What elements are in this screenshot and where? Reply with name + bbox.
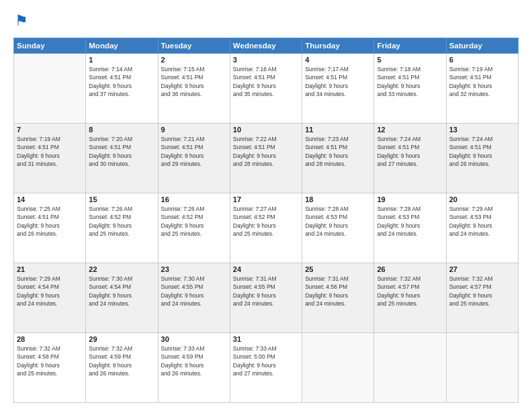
logo: ⚑: [13, 12, 35, 31]
day-number: 10: [233, 126, 299, 134]
day-cell: 7Sunrise: 7:19 AMSunset: 4:51 PMDaylight…: [14, 124, 86, 193]
day-info: Sunrise: 7:33 AMSunset: 5:00 PMDaylight:…: [233, 345, 299, 377]
day-cell: 19Sunrise: 7:28 AMSunset: 4:53 PMDayligh…: [374, 193, 446, 263]
day-number: 4: [305, 56, 371, 64]
day-info: Sunrise: 7:30 AMSunset: 4:54 PMDaylight:…: [89, 275, 154, 308]
header: ⚑: [13, 12, 519, 31]
weekday-wednesday: Wednesday: [230, 38, 302, 54]
day-number: 8: [89, 126, 154, 134]
weekday-saturday: Saturday: [446, 38, 518, 54]
day-cell: 25Sunrise: 7:31 AMSunset: 4:56 PMDayligh…: [302, 263, 374, 333]
week-row-2: 7Sunrise: 7:19 AMSunset: 4:51 PMDaylight…: [14, 124, 519, 193]
day-number: 28: [17, 335, 83, 343]
weekday-tuesday: Tuesday: [158, 38, 230, 54]
day-cell: 1Sunrise: 7:14 AMSunset: 4:51 PMDaylight…: [86, 54, 158, 124]
day-info: Sunrise: 7:19 AMSunset: 4:51 PMDaylight:…: [449, 65, 515, 98]
day-number: 22: [89, 265, 154, 273]
day-cell: [374, 333, 446, 403]
day-cell: 29Sunrise: 7:32 AMSunset: 4:59 PMDayligh…: [86, 333, 158, 403]
day-info: Sunrise: 7:32 AMSunset: 4:58 PMDaylight:…: [17, 345, 83, 377]
day-cell: 31Sunrise: 7:33 AMSunset: 5:00 PMDayligh…: [230, 333, 302, 403]
day-number: 3: [233, 56, 299, 64]
day-cell: 2Sunrise: 7:15 AMSunset: 4:51 PMDaylight…: [158, 54, 230, 124]
svg-text:⚑: ⚑: [15, 12, 28, 29]
day-cell: 26Sunrise: 7:32 AMSunset: 4:57 PMDayligh…: [374, 263, 446, 333]
day-info: Sunrise: 7:14 AMSunset: 4:51 PMDaylight:…: [89, 65, 154, 98]
day-info: Sunrise: 7:28 AMSunset: 4:53 PMDaylight:…: [305, 205, 371, 238]
day-cell: 18Sunrise: 7:28 AMSunset: 4:53 PMDayligh…: [302, 193, 374, 263]
day-cell: 24Sunrise: 7:31 AMSunset: 4:55 PMDayligh…: [230, 263, 302, 333]
day-cell: 15Sunrise: 7:26 AMSunset: 4:52 PMDayligh…: [86, 193, 158, 263]
day-number: 25: [305, 265, 371, 273]
day-cell: 14Sunrise: 7:25 AMSunset: 4:51 PMDayligh…: [14, 193, 86, 263]
weekday-thursday: Thursday: [302, 38, 374, 54]
week-row-1: 1Sunrise: 7:14 AMSunset: 4:51 PMDaylight…: [14, 54, 519, 124]
day-info: Sunrise: 7:32 AMSunset: 4:57 PMDaylight:…: [449, 275, 515, 308]
day-number: 16: [161, 195, 227, 203]
weekday-friday: Friday: [374, 38, 446, 54]
day-info: Sunrise: 7:28 AMSunset: 4:53 PMDaylight:…: [377, 205, 443, 238]
day-number: 7: [17, 126, 83, 134]
day-cell: 3Sunrise: 7:16 AMSunset: 4:51 PMDaylight…: [230, 54, 302, 124]
day-info: Sunrise: 7:26 AMSunset: 4:52 PMDaylight:…: [161, 205, 227, 238]
day-number: 19: [377, 195, 443, 203]
day-info: Sunrise: 7:29 AMSunset: 4:54 PMDaylight:…: [17, 275, 83, 308]
day-number: 2: [161, 56, 227, 64]
calendar-table: SundayMondayTuesdayWednesdayThursdayFrid…: [13, 38, 519, 403]
day-cell: 16Sunrise: 7:26 AMSunset: 4:52 PMDayligh…: [158, 193, 230, 263]
day-number: 1: [89, 56, 154, 64]
day-cell: 8Sunrise: 7:20 AMSunset: 4:51 PMDaylight…: [86, 124, 158, 193]
day-number: 11: [305, 126, 371, 134]
day-number: 27: [449, 265, 515, 273]
day-cell: 17Sunrise: 7:27 AMSunset: 4:52 PMDayligh…: [230, 193, 302, 263]
day-number: 14: [17, 195, 83, 203]
day-cell: 12Sunrise: 7:24 AMSunset: 4:51 PMDayligh…: [374, 124, 446, 193]
day-info: Sunrise: 7:15 AMSunset: 4:51 PMDaylight:…: [161, 65, 227, 98]
day-number: 18: [305, 195, 371, 203]
day-info: Sunrise: 7:25 AMSunset: 4:51 PMDaylight:…: [17, 205, 83, 238]
day-info: Sunrise: 7:27 AMSunset: 4:52 PMDaylight:…: [233, 205, 299, 238]
weekday-header-row: SundayMondayTuesdayWednesdayThursdayFrid…: [14, 38, 519, 54]
day-number: 17: [233, 195, 299, 203]
day-info: Sunrise: 7:20 AMSunset: 4:51 PMDaylight:…: [89, 135, 154, 168]
day-info: Sunrise: 7:26 AMSunset: 4:52 PMDaylight:…: [89, 205, 154, 238]
calendar-page: ⚑ SundayMondayTuesdayWednesdayThursdayFr…: [0, 0, 532, 411]
day-number: 13: [449, 126, 515, 134]
day-number: 20: [449, 195, 515, 203]
day-info: Sunrise: 7:19 AMSunset: 4:51 PMDaylight:…: [17, 135, 83, 168]
day-number: 21: [17, 265, 83, 273]
day-info: Sunrise: 7:23 AMSunset: 4:51 PMDaylight:…: [305, 135, 371, 168]
week-row-4: 21Sunrise: 7:29 AMSunset: 4:54 PMDayligh…: [14, 263, 519, 333]
day-cell: [446, 333, 518, 403]
day-number: 15: [89, 195, 154, 203]
day-cell: 22Sunrise: 7:30 AMSunset: 4:54 PMDayligh…: [86, 263, 158, 333]
day-info: Sunrise: 7:30 AMSunset: 4:55 PMDaylight:…: [161, 275, 227, 308]
day-info: Sunrise: 7:29 AMSunset: 4:53 PMDaylight:…: [449, 205, 515, 238]
day-number: 5: [377, 56, 443, 64]
day-cell: 9Sunrise: 7:21 AMSunset: 4:51 PMDaylight…: [158, 124, 230, 193]
day-cell: 10Sunrise: 7:22 AMSunset: 4:51 PMDayligh…: [230, 124, 302, 193]
day-info: Sunrise: 7:31 AMSunset: 4:55 PMDaylight:…: [233, 275, 299, 308]
day-info: Sunrise: 7:24 AMSunset: 4:51 PMDaylight:…: [377, 135, 443, 168]
day-info: Sunrise: 7:18 AMSunset: 4:51 PMDaylight:…: [377, 65, 443, 98]
day-info: Sunrise: 7:17 AMSunset: 4:51 PMDaylight:…: [305, 65, 371, 98]
day-cell: [302, 333, 374, 403]
day-cell: 30Sunrise: 7:33 AMSunset: 4:59 PMDayligh…: [158, 333, 230, 403]
week-row-3: 14Sunrise: 7:25 AMSunset: 4:51 PMDayligh…: [14, 193, 519, 263]
day-cell: 28Sunrise: 7:32 AMSunset: 4:58 PMDayligh…: [14, 333, 86, 403]
day-info: Sunrise: 7:16 AMSunset: 4:51 PMDaylight:…: [233, 65, 299, 98]
day-number: 24: [233, 265, 299, 273]
day-number: 29: [89, 335, 154, 343]
day-number: 30: [161, 335, 227, 343]
day-number: 12: [377, 126, 443, 134]
day-info: Sunrise: 7:21 AMSunset: 4:51 PMDaylight:…: [161, 135, 227, 168]
day-cell: [14, 54, 86, 124]
day-number: 23: [161, 265, 227, 273]
day-info: Sunrise: 7:31 AMSunset: 4:56 PMDaylight:…: [305, 275, 371, 308]
day-info: Sunrise: 7:32 AMSunset: 4:59 PMDaylight:…: [89, 345, 154, 377]
day-info: Sunrise: 7:32 AMSunset: 4:57 PMDaylight:…: [377, 275, 443, 308]
day-cell: 11Sunrise: 7:23 AMSunset: 4:51 PMDayligh…: [302, 124, 374, 193]
day-number: 6: [449, 56, 515, 64]
day-cell: 20Sunrise: 7:29 AMSunset: 4:53 PMDayligh…: [446, 193, 518, 263]
day-cell: 13Sunrise: 7:24 AMSunset: 4:51 PMDayligh…: [446, 124, 518, 193]
